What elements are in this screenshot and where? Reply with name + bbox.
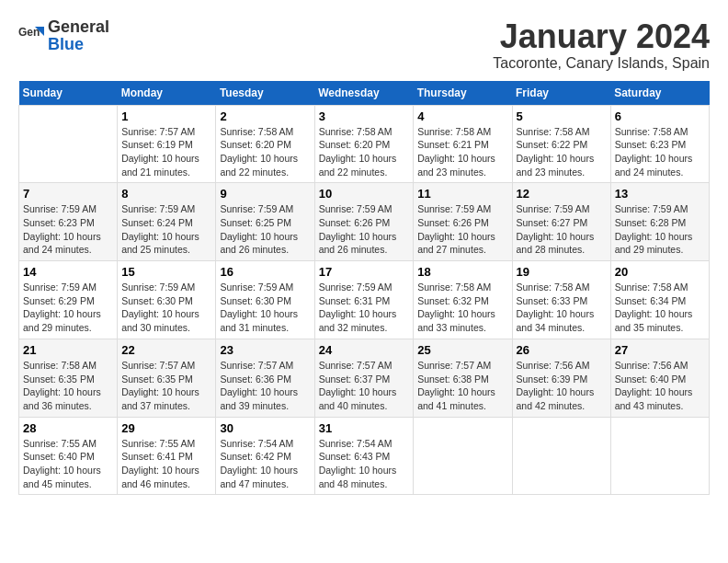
day-number: 20 <box>615 265 705 279</box>
calendar-cell: 16Sunrise: 7:59 AM Sunset: 6:30 PM Dayli… <box>216 261 314 339</box>
day-number: 9 <box>220 187 310 201</box>
calendar-cell: 6Sunrise: 7:58 AM Sunset: 6:23 PM Daylig… <box>610 105 709 183</box>
day-number: 30 <box>220 421 310 435</box>
header-row: SundayMondayTuesdayWednesdayThursdayFrid… <box>19 81 710 106</box>
header: Gen General Blue January 2024 Tacoronte,… <box>18 18 710 72</box>
week-row-1: 1Sunrise: 7:57 AM Sunset: 6:19 PM Daylig… <box>19 105 710 183</box>
day-info: Sunrise: 7:59 AM Sunset: 6:30 PM Dayligh… <box>121 281 211 335</box>
week-row-3: 14Sunrise: 7:59 AM Sunset: 6:29 PM Dayli… <box>19 261 710 339</box>
logo-blue: Blue <box>48 35 84 53</box>
day-info: Sunrise: 7:57 AM Sunset: 6:19 PM Dayligh… <box>121 125 211 179</box>
calendar-cell: 20Sunrise: 7:58 AM Sunset: 6:34 PM Dayli… <box>610 261 709 339</box>
calendar-cell: 3Sunrise: 7:58 AM Sunset: 6:20 PM Daylig… <box>314 105 414 183</box>
day-info: Sunrise: 7:59 AM Sunset: 6:25 PM Dayligh… <box>220 202 310 257</box>
day-number: 26 <box>517 343 607 357</box>
day-info: Sunrise: 7:55 AM Sunset: 6:41 PM Dayligh… <box>121 437 211 491</box>
day-info: Sunrise: 7:54 AM Sunset: 6:43 PM Dayligh… <box>319 437 410 491</box>
calendar-cell: 21Sunrise: 7:58 AM Sunset: 6:35 PM Dayli… <box>19 339 118 417</box>
day-info: Sunrise: 7:59 AM Sunset: 6:31 PM Dayligh… <box>319 281 410 335</box>
day-info: Sunrise: 7:59 AM Sunset: 6:28 PM Dayligh… <box>615 202 705 257</box>
day-info: Sunrise: 7:58 AM Sunset: 6:35 PM Dayligh… <box>23 359 113 413</box>
day-info: Sunrise: 7:58 AM Sunset: 6:20 PM Dayligh… <box>220 125 310 179</box>
day-number: 4 <box>417 109 507 123</box>
calendar-cell: 4Sunrise: 7:58 AM Sunset: 6:21 PM Daylig… <box>414 105 512 183</box>
calendar-cell: 26Sunrise: 7:56 AM Sunset: 6:39 PM Dayli… <box>512 339 610 417</box>
day-number: 23 <box>220 343 310 357</box>
calendar-cell: 12Sunrise: 7:59 AM Sunset: 6:27 PM Dayli… <box>512 183 610 261</box>
week-row-5: 28Sunrise: 7:55 AM Sunset: 6:40 PM Dayli… <box>19 417 710 495</box>
day-info: Sunrise: 7:58 AM Sunset: 6:22 PM Dayligh… <box>517 125 607 179</box>
day-number: 29 <box>121 421 211 435</box>
day-info: Sunrise: 7:56 AM Sunset: 6:40 PM Dayligh… <box>615 359 705 413</box>
day-info: Sunrise: 7:59 AM Sunset: 6:23 PM Dayligh… <box>23 202 113 257</box>
calendar-cell: 14Sunrise: 7:59 AM Sunset: 6:29 PM Dayli… <box>19 261 118 339</box>
header-day-wednesday: Wednesday <box>314 81 414 106</box>
day-number: 5 <box>517 109 607 123</box>
header-day-saturday: Saturday <box>610 81 709 106</box>
day-info: Sunrise: 7:59 AM Sunset: 6:24 PM Dayligh… <box>121 202 211 257</box>
day-info: Sunrise: 7:55 AM Sunset: 6:40 PM Dayligh… <box>23 437 113 491</box>
header-day-monday: Monday <box>118 81 216 106</box>
day-info: Sunrise: 7:58 AM Sunset: 6:33 PM Dayligh… <box>517 281 607 335</box>
header-day-sunday: Sunday <box>19 81 118 106</box>
week-row-2: 7Sunrise: 7:59 AM Sunset: 6:23 PM Daylig… <box>19 183 710 261</box>
calendar-cell: 11Sunrise: 7:59 AM Sunset: 6:26 PM Dayli… <box>414 183 512 261</box>
day-number: 6 <box>615 109 705 123</box>
day-number: 8 <box>121 187 211 201</box>
day-number: 13 <box>615 187 705 201</box>
calendar-cell <box>414 417 512 495</box>
calendar-cell <box>610 417 709 495</box>
day-number: 12 <box>517 187 607 201</box>
day-number: 18 <box>417 265 507 279</box>
day-info: Sunrise: 7:59 AM Sunset: 6:26 PM Dayligh… <box>417 202 507 257</box>
location-title: Tacoronte, Canary Islands, Spain <box>493 55 710 72</box>
day-number: 3 <box>319 109 410 123</box>
day-number: 27 <box>615 343 705 357</box>
logo: Gen General Blue <box>18 18 109 53</box>
day-info: Sunrise: 7:57 AM Sunset: 6:38 PM Dayligh… <box>417 359 507 413</box>
calendar-table: SundayMondayTuesdayWednesdayThursdayFrid… <box>18 81 710 496</box>
day-info: Sunrise: 7:59 AM Sunset: 6:27 PM Dayligh… <box>517 202 607 257</box>
day-info: Sunrise: 7:58 AM Sunset: 6:32 PM Dayligh… <box>417 281 507 335</box>
day-number: 16 <box>220 265 310 279</box>
calendar-cell: 30Sunrise: 7:54 AM Sunset: 6:42 PM Dayli… <box>216 417 314 495</box>
day-number: 17 <box>319 265 410 279</box>
header-day-tuesday: Tuesday <box>216 81 314 106</box>
day-number: 11 <box>417 187 507 201</box>
day-info: Sunrise: 7:58 AM Sunset: 6:20 PM Dayligh… <box>319 125 410 179</box>
calendar-cell: 28Sunrise: 7:55 AM Sunset: 6:40 PM Dayli… <box>19 417 118 495</box>
calendar-cell: 29Sunrise: 7:55 AM Sunset: 6:41 PM Dayli… <box>118 417 216 495</box>
logo-general: General <box>48 17 109 36</box>
day-info: Sunrise: 7:58 AM Sunset: 6:23 PM Dayligh… <box>615 125 705 179</box>
day-number: 1 <box>121 109 211 123</box>
header-day-friday: Friday <box>512 81 610 106</box>
month-title: January 2024 <box>493 18 710 55</box>
calendar-cell: 17Sunrise: 7:59 AM Sunset: 6:31 PM Dayli… <box>314 261 414 339</box>
day-number: 10 <box>319 187 410 201</box>
day-info: Sunrise: 7:57 AM Sunset: 6:37 PM Dayligh… <box>319 359 410 413</box>
calendar-cell: 22Sunrise: 7:57 AM Sunset: 6:35 PM Dayli… <box>118 339 216 417</box>
calendar-cell: 15Sunrise: 7:59 AM Sunset: 6:30 PM Dayli… <box>118 261 216 339</box>
calendar-cell: 23Sunrise: 7:57 AM Sunset: 6:36 PM Dayli… <box>216 339 314 417</box>
day-info: Sunrise: 7:56 AM Sunset: 6:39 PM Dayligh… <box>517 359 607 413</box>
day-number: 22 <box>121 343 211 357</box>
logo-icon: Gen <box>18 23 44 49</box>
day-number: 24 <box>319 343 410 357</box>
day-number: 19 <box>517 265 607 279</box>
day-number: 2 <box>220 109 310 123</box>
header-day-thursday: Thursday <box>414 81 512 106</box>
calendar-cell: 10Sunrise: 7:59 AM Sunset: 6:26 PM Dayli… <box>314 183 414 261</box>
day-info: Sunrise: 7:59 AM Sunset: 6:29 PM Dayligh… <box>23 281 113 335</box>
day-info: Sunrise: 7:57 AM Sunset: 6:36 PM Dayligh… <box>220 359 310 413</box>
day-number: 25 <box>417 343 507 357</box>
day-info: Sunrise: 7:58 AM Sunset: 6:21 PM Dayligh… <box>417 125 507 179</box>
calendar-cell: 7Sunrise: 7:59 AM Sunset: 6:23 PM Daylig… <box>19 183 118 261</box>
calendar-cell: 24Sunrise: 7:57 AM Sunset: 6:37 PM Dayli… <box>314 339 414 417</box>
calendar-cell: 9Sunrise: 7:59 AM Sunset: 6:25 PM Daylig… <box>216 183 314 261</box>
day-number: 28 <box>23 421 113 435</box>
calendar-cell: 31Sunrise: 7:54 AM Sunset: 6:43 PM Dayli… <box>314 417 414 495</box>
calendar-cell: 18Sunrise: 7:58 AM Sunset: 6:32 PM Dayli… <box>414 261 512 339</box>
title-area: January 2024 Tacoronte, Canary Islands, … <box>493 18 710 72</box>
day-info: Sunrise: 7:59 AM Sunset: 6:30 PM Dayligh… <box>220 281 310 335</box>
day-info: Sunrise: 7:58 AM Sunset: 6:34 PM Dayligh… <box>615 281 705 335</box>
